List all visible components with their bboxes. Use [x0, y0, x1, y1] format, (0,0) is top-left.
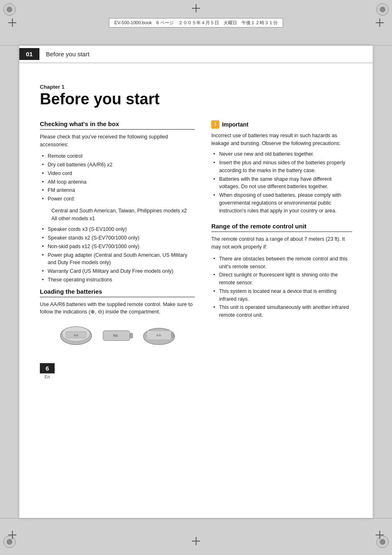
page-inner: Chapter 1 Before you start Checking what… [19, 63, 373, 396]
list-item: When disposing of used batteries, please… [213, 191, 352, 214]
page-outer: EV-500-1000.book 6 ページ ２００５年４月５日 火曜日 午後１… [0, 0, 392, 555]
svg-text:AA: AA [74, 333, 78, 337]
list-item: Never use new and old batteries together… [213, 150, 352, 158]
list-item: Video cord [42, 170, 195, 177]
important-list: Never use new and old batteries together… [211, 150, 352, 214]
list-item: Direct sunlight or fluorescent light is … [213, 271, 352, 287]
chapter-title: Before you start [40, 91, 352, 108]
section1-intro: Please check that you've received the fo… [40, 133, 195, 149]
svg-text:R6: R6 [113, 334, 118, 338]
list-item: There are obstacles between the remote c… [213, 255, 352, 271]
list-item: AM loop antenna [42, 178, 195, 186]
right-column: ! Important Incorrect use of batteries m… [211, 120, 352, 351]
top-margin: EV-500-1000.book 6 ページ ２００５年４月５日 火曜日 午後１… [0, 0, 392, 45]
crosshair-top-center [192, 4, 200, 12]
svg-rect-9 [171, 333, 174, 338]
battery-svg-3: AA [141, 324, 178, 347]
important-box: ! Important Incorrect use of batteries m… [211, 120, 352, 215]
bottom-margin [0, 518, 392, 551]
power-cord-sub1: Central and South American, Taiwan, Phil… [40, 207, 195, 215]
section3-title: Range of the remote control unit [211, 223, 352, 232]
range-list: There are obstacles between the remote c… [211, 255, 352, 319]
battery-svg-1: AA [58, 324, 95, 347]
two-column-layout: Checking what's in the box Please check … [40, 120, 352, 351]
list-item: Insert the plus and minus sides of the b… [213, 159, 352, 175]
important-title: ! Important [211, 120, 352, 129]
crosshair-bottom-center [192, 537, 200, 545]
important-intro: Incorrect use of batteries may result in… [211, 132, 352, 147]
list-item: This unit is operated simultaneously wit… [213, 304, 352, 319]
list-item: These operating instructions [42, 276, 195, 284]
chapter-header-title: Before you start [46, 51, 90, 58]
crosshair-right [376, 18, 384, 27]
page-number-container: 6 En [40, 363, 55, 379]
list-item: Remote control [42, 152, 195, 160]
chapter-number: 01 [19, 48, 39, 60]
list-item: FM antenna [42, 187, 195, 194]
section1-title: Checking what's in the box [40, 120, 195, 130]
battery-illustration: AA R6 AA [40, 324, 195, 347]
left-column: Checking what's in the box Please check … [40, 120, 195, 351]
svg-rect-5 [130, 333, 133, 338]
section2-body: Use AA/R6 batteries with the supplied re… [40, 301, 195, 316]
header-info: EV-500-1000.book 6 ページ ２００５年４月５日 火曜日 午後１… [109, 18, 283, 28]
bottom-area: 6 En [40, 363, 352, 379]
list-item: Non-skid pads x12 (S-EV700/1000 only) [42, 243, 195, 251]
crosshair-right-bottom [376, 531, 384, 539]
list-item: Batteries with the same shape may have d… [213, 175, 352, 191]
page-lang: En [40, 374, 55, 379]
reg-circle-tr [376, 3, 389, 16]
reg-circle-tl [3, 3, 16, 16]
chapter-label: Chapter 1 [40, 84, 352, 90]
list-item: Power plug adapter (Central and South Am… [42, 251, 195, 267]
section3-body: The remote control has a range of about … [211, 235, 352, 251]
list-item: Speaker cords x3 (S-EV1000 only) [42, 226, 195, 233]
list-item-power-cord: Power cord: [42, 195, 195, 203]
crosshair-left-bottom [8, 531, 16, 539]
battery-svg-2: R6 [101, 327, 134, 344]
list-item: Warranty Card (US Military and Duty Free… [42, 267, 195, 275]
page-number: 6 [40, 363, 55, 373]
power-cord-sub2: All other models x1 [40, 215, 195, 223]
list-item: Dry cell batteries (AA/R6) x2 [42, 161, 195, 169]
accessories-list: Remote control Dry cell batteries (AA/R6… [40, 152, 195, 203]
chapter-header: 01 Before you start [19, 46, 373, 63]
page-content: 01 Before you start Chapter 1 Before you… [19, 46, 373, 518]
crosshair-left [8, 18, 16, 27]
list-item: This system is located near a device tha… [213, 288, 352, 303]
important-label: Important [222, 121, 249, 128]
section2-title: Loading the batteries [40, 288, 195, 297]
accessories-list2: Speaker cords x3 (S-EV1000 only) Speaker… [40, 226, 195, 283]
svg-text:AA: AA [156, 333, 161, 337]
list-item: Speaker stands x2 (S-EV700/1000 only) [42, 234, 195, 242]
warning-icon: ! [211, 120, 219, 129]
